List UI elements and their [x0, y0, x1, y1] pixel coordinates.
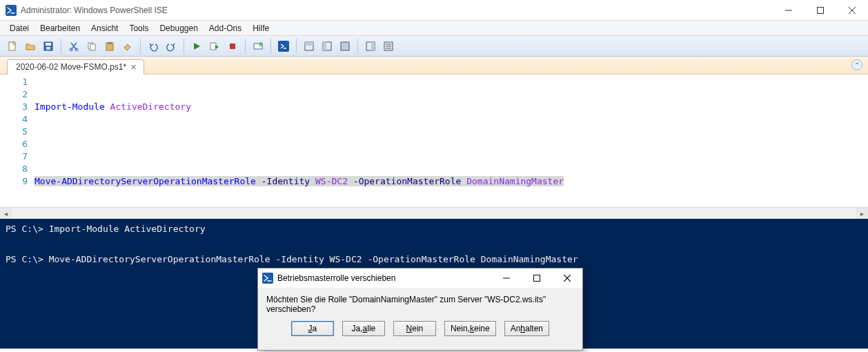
clear-icon[interactable] — [119, 38, 136, 55]
layout-side-icon[interactable] — [319, 38, 335, 55]
dialog-no-button[interactable]: Nein — [393, 321, 436, 336]
menu-tools[interactable]: Tools — [124, 22, 154, 35]
confirm-dialog: Betriebsmasterrolle verschieben Möchten … — [257, 268, 583, 351]
script-tab[interactable]: 2020-06-02 Move-FSMO.ps1* ✕ — [7, 59, 144, 75]
undo-icon[interactable] — [145, 38, 161, 55]
menu-datei[interactable]: Datei — [4, 22, 34, 35]
new-remote-tab-icon[interactable] — [250, 38, 266, 55]
line-number: 7 — [0, 150, 28, 163]
svg-rect-24 — [341, 42, 349, 50]
toolbar-separator — [184, 39, 184, 54]
console-text: Move-ADDirectoryServerOperationMasterRol… — [49, 254, 578, 264]
editor-horizontal-scrollbar[interactable]: ◂ ▸ — [0, 207, 868, 219]
run-icon[interactable] — [188, 38, 205, 55]
window-titlebar: Administrator: Windows PowerShell ISE — [0, 0, 868, 21]
show-command-addon-icon[interactable] — [380, 38, 397, 55]
line-number: 8 — [0, 163, 28, 175]
toolbar-separator — [296, 39, 297, 54]
token-param: -OperationMasterRole — [353, 176, 462, 186]
toolbar-separator — [270, 39, 271, 54]
powershell-icon — [6, 5, 17, 16]
save-icon[interactable] — [40, 38, 57, 55]
layout-top-icon[interactable] — [301, 38, 317, 55]
menu-bar: Datei Bearbeiten Ansicht Tools Debuggen … — [0, 21, 868, 36]
console-text: Import-Module ActiveDirectory — [49, 224, 206, 234]
dialog-title: Betriebsmasterrolle verschieben — [277, 273, 395, 283]
token-param: -Identity — [262, 176, 310, 186]
redo-icon[interactable] — [163, 38, 179, 55]
tab-strip: 2020-06-02 Move-FSMO.ps1* ✕ ⌃ — [0, 57, 868, 75]
line-number: 6 — [0, 138, 28, 150]
line-number: 1 — [0, 76, 28, 88]
close-button[interactable] — [836, 0, 868, 21]
minimize-button[interactable] — [773, 0, 805, 21]
prompt: PS C:\> — [6, 254, 49, 264]
line-number: 2 — [0, 88, 28, 101]
token-cmdlet: Move-ADDirectoryServerOperationMasterRol… — [34, 176, 256, 186]
menu-ansicht[interactable]: Ansicht — [86, 22, 124, 35]
token-cmdlet: Import-Module — [34, 101, 105, 112]
dialog-message: Möchten Sie die Rolle "DomainNamingMaste… — [258, 288, 582, 321]
menu-hilfe[interactable]: Hilfe — [247, 22, 275, 35]
run-selection-icon[interactable] — [206, 38, 223, 55]
console-line — [6, 237, 862, 252]
dialog-titlebar: Betriebsmasterrolle verschieben — [258, 268, 582, 288]
toolbar-separator — [61, 39, 61, 54]
copy-icon[interactable] — [83, 38, 100, 55]
menu-addons[interactable]: Add-Ons — [204, 22, 247, 35]
svg-point-18 — [259, 42, 263, 46]
console-line: PS C:\> Import-Module ActiveDirectory — [6, 222, 862, 237]
token-value: WS-DC2 — [315, 176, 348, 186]
window-title: Administrator: Windows PowerShell ISE — [21, 6, 168, 15]
console-line: PS C:\> Move-ADDirectoryServerOperationM… — [6, 252, 862, 267]
line-number: 4 — [0, 113, 28, 126]
dialog-halt-button[interactable]: Anhalten — [504, 321, 549, 336]
dialog-minimize-button[interactable] — [491, 268, 522, 288]
svg-rect-15 — [210, 43, 216, 50]
svg-rect-7 — [46, 43, 51, 46]
code-area[interactable]: Import-Module ActiveDirectory Move-ADDir… — [34, 75, 868, 207]
svg-rect-5 — [9, 42, 15, 50]
layout-full-icon[interactable] — [337, 38, 353, 55]
svg-rect-12 — [90, 44, 95, 50]
menu-bearbeiten[interactable]: Bearbeiten — [34, 22, 86, 35]
toolbar-separator — [140, 39, 141, 54]
powershell-icon — [262, 273, 273, 284]
svg-rect-33 — [534, 275, 540, 282]
toolbar-separator — [245, 39, 246, 54]
open-file-icon[interactable] — [22, 38, 39, 55]
dialog-close-button[interactable] — [552, 268, 582, 288]
token-value: DomainNamingMaster — [466, 176, 564, 186]
svg-rect-8 — [46, 47, 50, 50]
svg-rect-23 — [323, 42, 326, 50]
scroll-left-icon[interactable]: ◂ — [0, 208, 12, 219]
script-editor[interactable]: 1 2 3 4 5 6 7 8 9 Import-Module ActiveDi… — [0, 75, 868, 207]
svg-rect-2 — [818, 7, 824, 13]
menu-debuggen[interactable]: Debuggen — [154, 22, 203, 35]
dialog-no-all-button[interactable]: Nein, keine — [444, 321, 496, 336]
token-argument: ActiveDirectory — [110, 101, 191, 112]
prompt: PS C:\> — [6, 224, 49, 234]
toolbar-separator — [357, 39, 358, 54]
svg-rect-16 — [230, 43, 235, 49]
line-number: 3 — [0, 101, 28, 113]
svg-rect-21 — [305, 42, 313, 46]
scroll-right-icon[interactable]: ▸ — [856, 208, 868, 219]
svg-rect-26 — [371, 42, 375, 50]
new-file-icon[interactable] — [4, 38, 21, 55]
tab-label: 2020-06-02 Move-FSMO.ps1* — [16, 62, 126, 72]
powershell-tab-icon[interactable] — [275, 38, 292, 55]
collapse-script-pane-icon[interactable]: ⌃ — [851, 59, 862, 70]
cut-icon[interactable] — [66, 38, 82, 55]
toolbar — [0, 36, 868, 57]
line-number: 5 — [0, 126, 28, 138]
maximize-button[interactable] — [805, 0, 836, 21]
dialog-maximize-button[interactable] — [522, 268, 552, 288]
show-command-icon[interactable] — [362, 38, 379, 55]
dialog-yes-all-button[interactable]: Ja, alle — [342, 321, 385, 336]
tab-close-icon[interactable]: ✕ — [130, 63, 137, 72]
dialog-yes-button[interactable]: Ja — [291, 321, 334, 336]
line-number: 9 — [0, 175, 28, 188]
paste-icon[interactable] — [101, 38, 118, 55]
stop-icon[interactable] — [224, 38, 241, 55]
